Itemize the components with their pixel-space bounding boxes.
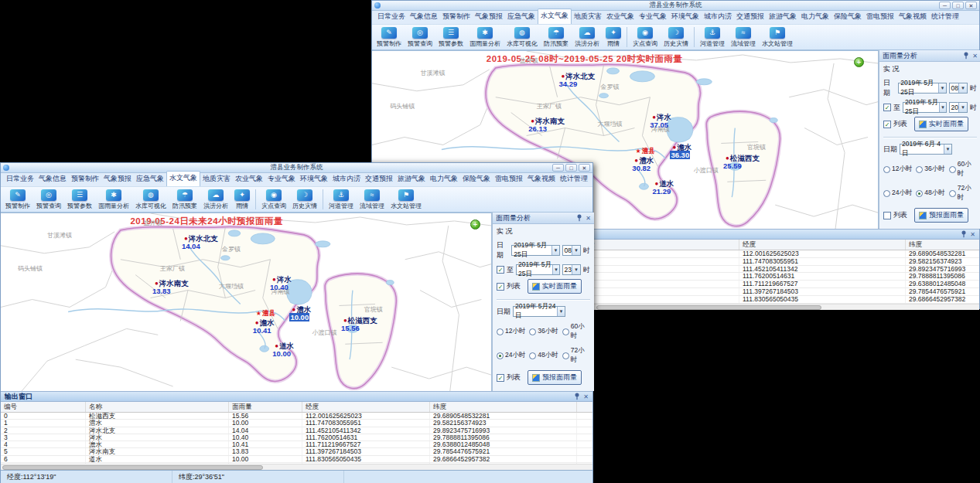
tab-旅游气象[interactable]: 旅游气象 <box>395 172 428 186</box>
tab-保险气象[interactable]: 保险气象 <box>460 172 493 186</box>
tab-城市内涝[interactable]: 城市内涝 <box>702 10 734 24</box>
duration-radio-72小时[interactable]: 72小时 <box>949 184 977 202</box>
tab-水文气象[interactable]: 水文气象 <box>166 171 200 186</box>
table-row[interactable]: 1澧水10.00111.74708305595129.582156374923 <box>1 420 592 427</box>
duration-radio-60小时[interactable]: 60小时 <box>562 322 590 341</box>
tab-电力气象[interactable]: 电力气象 <box>799 10 831 24</box>
tool-河道管理[interactable]: ⚓河道管理 <box>326 188 357 211</box>
scrollbar-thumb[interactable] <box>596 305 821 310</box>
tool-水文站管理[interactable]: ⚑水文站管理 <box>388 188 425 211</box>
tab-统计管理[interactable]: 统计管理 <box>929 10 961 24</box>
forecast-list-checkbox[interactable]: ✓ <box>497 374 504 382</box>
tool-雨情[interactable]: ✦雨情 <box>231 188 253 211</box>
tool-历史灾情[interactable]: ☽历史灾情 <box>289 188 320 211</box>
tool-流域管理[interactable]: ≈流域管理 <box>728 26 759 49</box>
forecast-date-select[interactable]: 2019年 6月 4日▼ <box>900 144 952 155</box>
tab-旅游气象[interactable]: 旅游气象 <box>767 10 799 24</box>
tab-雷电预报[interactable]: 雷电预报 <box>493 172 525 186</box>
tool-流域管理[interactable]: ≈流域管理 <box>357 188 388 211</box>
tab-气象信息[interactable]: 气象信息 <box>36 172 69 186</box>
live-list-checkbox[interactable]: ✓ <box>497 283 504 291</box>
forecast-rainfall-button[interactable]: 预报面雨量 <box>914 208 968 223</box>
tab-电力气象[interactable]: 电力气象 <box>428 172 460 186</box>
table-row[interactable]: 4澹水10.41111.71121966752729.6388012485048 <box>1 441 592 448</box>
map-zoom-button[interactable]: + <box>470 219 480 230</box>
tool-历史灾情[interactable]: ☽历史灾情 <box>661 26 691 49</box>
horizontal-scrollbar[interactable] <box>1 464 592 470</box>
pin-icon[interactable] <box>576 214 582 222</box>
duration-radio-48小时[interactable]: 48小时 <box>529 346 562 365</box>
tool-预警制作[interactable]: ✎预警制作 <box>2 188 33 211</box>
tool-水库可视化[interactable]: ◍水库可视化 <box>504 26 541 49</box>
forecast-date-select[interactable]: 2019年 5月24日▼ <box>513 306 565 317</box>
tool-水文站管理[interactable]: ⚑水文站管理 <box>759 26 796 49</box>
table-row[interactable]: 0松滋西支15.56112.00162562502329.68905485322… <box>1 413 592 420</box>
duration-radio-72小时[interactable]: 72小时 <box>562 346 590 365</box>
duration-radio-36小时[interactable]: 36小时 <box>529 322 562 341</box>
tab-气象视频[interactable]: 气象视频 <box>525 172 558 186</box>
table-row[interactable]: 2涔水北支14.04111.45210541134229.89234757169… <box>1 427 592 434</box>
minimize-button[interactable]: ─ <box>552 164 564 172</box>
duration-radio-36小时[interactable]: 36小时 <box>916 160 948 179</box>
table-row[interactable]: 5涔水南支13.83111.39726718450329.78544765759… <box>1 448 592 455</box>
tab-专业气象[interactable]: 专业气象 <box>637 10 669 24</box>
to-date-select[interactable]: 2019年 5月25日▼ <box>516 264 560 275</box>
tab-应急气象[interactable]: 应急气象 <box>134 172 166 186</box>
maximize-button[interactable]: □ <box>565 164 577 172</box>
output-close-icon[interactable]: ✕ <box>970 231 975 238</box>
tab-交通预报[interactable]: 交通预报 <box>363 172 395 186</box>
panel-header[interactable]: 面雨量分析 ✕ <box>879 50 980 62</box>
tab-应急气象[interactable]: 应急气象 <box>505 10 538 24</box>
panel-close-icon[interactable]: ✕ <box>972 53 978 60</box>
to-hour-select[interactable]: 20▼ <box>949 102 968 113</box>
maximize-button[interactable]: □ <box>952 2 964 9</box>
tool-面雨量分析[interactable]: ✱面雨量分析 <box>95 188 132 211</box>
table-row[interactable]: 6道水10.00111.83056505043529.6866452957382 <box>1 456 592 463</box>
tool-洪涝分析[interactable]: ☁洪涝分析 <box>200 188 231 211</box>
tab-气象预报[interactable]: 气象预报 <box>101 172 134 186</box>
tab-雷电预报[interactable]: 雷电预报 <box>864 10 896 24</box>
tab-气象信息[interactable]: 气象信息 <box>408 10 440 24</box>
tab-预警制作[interactable]: 预警制作 <box>69 172 101 186</box>
tool-预警查询[interactable]: ◎预警查询 <box>33 188 64 211</box>
tool-预警参数[interactable]: ☰预警参数 <box>435 26 466 49</box>
pin-icon[interactable] <box>961 230 967 238</box>
tab-统计管理[interactable]: 统计管理 <box>558 172 590 186</box>
tab-预警制作[interactable]: 预警制作 <box>440 10 473 24</box>
live-hour-select[interactable]: 08▼ <box>562 245 581 256</box>
tool-河道管理[interactable]: ⚓河道管理 <box>697 26 728 49</box>
tab-专业气象[interactable]: 专业气象 <box>265 172 298 186</box>
tab-城市内涝[interactable]: 城市内涝 <box>330 172 363 186</box>
tool-面雨量分析[interactable]: ✱面雨量分析 <box>466 26 504 49</box>
tab-农业气象[interactable]: 农业气象 <box>604 10 637 24</box>
to-checkbox[interactable]: ✓ <box>883 104 891 111</box>
live-date-select[interactable]: 2019年 5月25日▼ <box>511 245 559 256</box>
tool-预警制作[interactable]: ✎预警制作 <box>374 26 405 49</box>
tool-预警参数[interactable]: ☰预警参数 <box>64 188 95 211</box>
to-checkbox[interactable]: ✓ <box>497 266 504 274</box>
tab-环境气象[interactable]: 环境气象 <box>669 10 702 24</box>
live-rainfall-button[interactable]: 实时面雨量 <box>528 279 582 294</box>
tab-水文气象[interactable]: 水文气象 <box>538 9 572 24</box>
duration-radio-12小时[interactable]: 12小时 <box>497 322 529 341</box>
duration-radio-12小时[interactable]: 12小时 <box>883 160 916 179</box>
tool-洪涝分析[interactable]: ☁洪涝分析 <box>572 26 603 49</box>
duration-radio-60小时[interactable]: 60小时 <box>949 160 977 179</box>
tool-防汛预案[interactable]: ☂防汛预案 <box>541 26 572 49</box>
tab-环境气象[interactable]: 环境气象 <box>298 172 330 186</box>
close-button[interactable]: ✕ <box>579 164 590 172</box>
duration-radio-24小时[interactable]: 24小时 <box>883 184 916 202</box>
live-date-select[interactable]: 2019年 5月25日▼ <box>898 83 946 94</box>
map-zoom-button[interactable]: + <box>854 57 864 67</box>
live-list-checkbox[interactable]: ✓ <box>883 121 891 128</box>
to-hour-select[interactable]: 23▼ <box>562 264 581 275</box>
map-canvas[interactable]: 2019-05-24日未来24小时预报面雨量 ★澧县 甘溪滩镇盐井镇金罗镇码头铺… <box>1 213 491 391</box>
pin-icon[interactable] <box>574 393 580 400</box>
output-panel-header[interactable]: 输出窗口 ✕ <box>1 392 592 402</box>
tool-灾点查询[interactable]: ◉灾点查询 <box>630 26 661 49</box>
forecast-list-checkbox[interactable] <box>883 212 891 219</box>
tab-日常业务[interactable]: 日常业务 <box>4 172 36 186</box>
table-row[interactable]: 3涔水10.40111.7620051463129.7888811395086 <box>1 434 592 441</box>
tab-农业气象[interactable]: 农业气象 <box>233 172 265 186</box>
tab-地质灾害[interactable]: 地质灾害 <box>200 172 233 186</box>
